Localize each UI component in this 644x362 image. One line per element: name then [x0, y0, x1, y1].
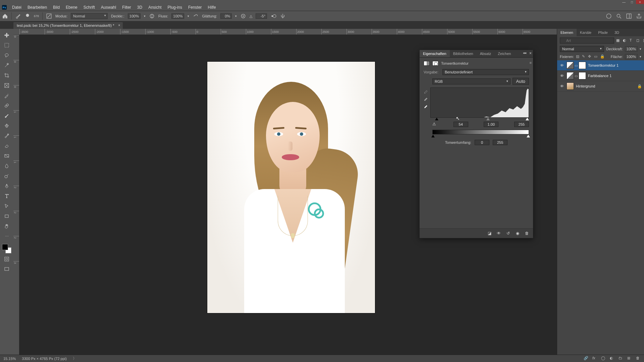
- clone-stamp-tool[interactable]: [2, 121, 11, 130]
- filter-type-icon[interactable]: T: [630, 38, 634, 43]
- menu-auswahl[interactable]: Auswahl: [98, 4, 119, 10]
- menu-3d[interactable]: 3D: [135, 4, 145, 10]
- tab-kanaele[interactable]: Kanäle: [577, 29, 595, 36]
- tab-absatz[interactable]: Absatz: [477, 50, 495, 57]
- layer-row[interactable]: 👁▭Tonwertkorrektur 1: [557, 60, 644, 71]
- more-tools-icon[interactable]: ⋯: [2, 232, 11, 241]
- menu-bild[interactable]: Bild: [50, 4, 62, 10]
- lock-icon[interactable]: 🔒: [637, 84, 642, 88]
- filter-pixel-icon[interactable]: ▦: [616, 38, 621, 43]
- tab-ebenen[interactable]: Ebenen: [557, 29, 577, 36]
- clip-to-layer-icon[interactable]: ◪: [487, 231, 492, 236]
- auto-button[interactable]: Auto: [513, 78, 529, 85]
- panel-menu-icon[interactable]: ≡: [530, 61, 532, 65]
- brush-panel-icon[interactable]: [46, 13, 52, 19]
- quickmask-tool[interactable]: [2, 255, 11, 263]
- type-tool[interactable]: [2, 192, 11, 200]
- pen-tool[interactable]: [2, 182, 11, 190]
- output-white-value[interactable]: [493, 140, 507, 145]
- menu-filter[interactable]: Filter: [119, 4, 134, 10]
- menu-fenster[interactable]: Fenster: [185, 4, 205, 10]
- healing-brush-tool[interactable]: [2, 101, 11, 110]
- screenmode-tool[interactable]: [2, 265, 11, 274]
- window-maximize-button[interactable]: □: [628, 0, 636, 4]
- lock-pixels-icon[interactable]: ✎: [582, 54, 587, 59]
- channel-dropdown[interactable]: RGB: [432, 78, 511, 84]
- link-icon[interactable]: ▭: [575, 64, 578, 67]
- rectangle-tool[interactable]: [2, 212, 11, 221]
- crop-tool[interactable]: [2, 71, 11, 80]
- output-black-value[interactable]: [475, 140, 489, 145]
- color-swatches[interactable]: [2, 244, 11, 253]
- blend-mode-dropdown[interactable]: Normal: [71, 13, 108, 19]
- brush-preset-icon[interactable]: [24, 13, 31, 19]
- gamma-slider[interactable]: [486, 118, 490, 120]
- visibility-icon[interactable]: 👁: [559, 74, 565, 78]
- smoothing-value[interactable]: 0%: [220, 13, 232, 19]
- tab-3d[interactable]: 3D: [611, 29, 623, 36]
- document-info[interactable]: 3300 Px × 4765 Px (72 ppi): [22, 357, 67, 361]
- document-tab[interactable]: test.psdc bei 15,2% (Tonwertkorrektur 1,…: [13, 22, 123, 29]
- pressure-size-icon[interactable]: [270, 13, 276, 19]
- filter-adj-icon[interactable]: ◐: [623, 38, 628, 43]
- layer-blend-dropdown[interactable]: Normal: [560, 46, 604, 52]
- foreground-color[interactable]: [2, 244, 8, 250]
- lock-transparency-icon[interactable]: ▨: [576, 54, 581, 59]
- brush-tool[interactable]: [2, 111, 11, 120]
- menu-bearbeiten[interactable]: Bearbeiten: [25, 4, 50, 10]
- input-gamma-value[interactable]: [484, 122, 498, 127]
- lasso-tool[interactable]: [2, 51, 11, 60]
- home-icon[interactable]: [2, 13, 8, 19]
- toggle-visibility-icon[interactable]: 👁: [496, 231, 501, 236]
- gradient-tool[interactable]: [2, 152, 11, 160]
- menu-datei[interactable]: Datei: [9, 4, 24, 10]
- output-black-slider[interactable]: [431, 135, 435, 137]
- input-white-value[interactable]: [514, 122, 529, 127]
- opacity-value[interactable]: 100%: [128, 13, 141, 19]
- magic-wand-tool[interactable]: [2, 61, 11, 70]
- white-slider[interactable]: [526, 118, 529, 120]
- mask-icon[interactable]: [432, 61, 438, 66]
- white-point-eyedropper-icon[interactable]: [424, 104, 428, 108]
- link-icon[interactable]: ▭: [575, 74, 578, 78]
- menu-ebene[interactable]: Ebene: [63, 4, 80, 10]
- tab-bibliotheken[interactable]: Bibliotheken: [450, 50, 477, 57]
- hand-tool[interactable]: [2, 222, 11, 231]
- window-close-button[interactable]: ×: [636, 0, 644, 4]
- dodge-tool[interactable]: [2, 172, 11, 180]
- move-tool[interactable]: [2, 31, 11, 40]
- angle-value[interactable]: -5°: [256, 13, 267, 19]
- visibility-icon[interactable]: 👁: [559, 63, 565, 67]
- properties-panel[interactable]: Eigenschaften Bibliotheken Absatz Zeiche…: [419, 50, 533, 238]
- history-brush-tool[interactable]: [2, 131, 11, 140]
- mask-thumb[interactable]: [579, 62, 586, 69]
- layer-row[interactable]: 👁Hintergrund🔒: [557, 81, 644, 92]
- layer-opacity-value[interactable]: 100%: [625, 46, 638, 52]
- visibility-icon[interactable]: 👁: [559, 84, 565, 88]
- frame-tool[interactable]: [2, 81, 11, 90]
- histogram[interactable]: [430, 87, 529, 118]
- mask-thumb[interactable]: [579, 72, 586, 79]
- eyedropper-tool[interactable]: [2, 91, 11, 100]
- lock-artboard-icon[interactable]: ▭: [594, 54, 599, 59]
- lock-position-icon[interactable]: ✥: [588, 54, 593, 59]
- marquee-tool[interactable]: [2, 41, 11, 50]
- fill-value[interactable]: 100%: [625, 54, 638, 59]
- workspace-icon[interactable]: [626, 13, 632, 19]
- blur-tool[interactable]: [2, 162, 11, 170]
- gray-point-eyedropper-icon[interactable]: [424, 96, 428, 101]
- search-icon[interactable]: [616, 13, 622, 19]
- black-point-eyedropper-icon[interactable]: [424, 89, 428, 94]
- smoothing-options-icon[interactable]: [240, 13, 246, 19]
- share-icon[interactable]: [636, 13, 642, 19]
- eraser-tool[interactable]: [2, 141, 11, 150]
- symmetry-icon[interactable]: [280, 13, 286, 19]
- output-white-slider[interactable]: [527, 135, 530, 137]
- brush-tool-icon[interactable]: [15, 13, 21, 19]
- link-icon[interactable]: 🔗: [584, 356, 589, 361]
- black-slider[interactable]: [435, 118, 438, 120]
- fx-icon[interactable]: fx: [592, 356, 598, 361]
- filter-shape-icon[interactable]: ◻: [636, 38, 641, 43]
- window-minimize-button[interactable]: —: [620, 0, 628, 4]
- group-new-icon[interactable]: 🗀: [619, 356, 624, 361]
